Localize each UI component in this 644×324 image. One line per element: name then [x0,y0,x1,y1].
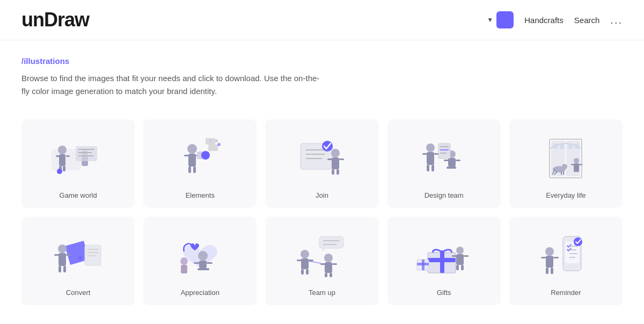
svg-rect-36 [332,169,334,175]
svg-point-91 [301,250,309,258]
svg-rect-86 [181,265,187,273]
svg-rect-92 [301,258,309,269]
svg-rect-49 [438,143,450,159]
svg-rect-98 [325,262,332,273]
svg-point-80 [198,251,208,261]
svg-rect-43 [431,165,434,171]
card-appreciation[interactable]: Appreciation [143,217,257,305]
svg-rect-34 [327,159,332,160]
svg-point-97 [324,254,333,262]
svg-rect-42 [427,165,429,171]
svg-rect-93 [297,260,302,261]
svg-rect-63 [579,164,582,165]
img-everyday-life [531,130,601,184]
card-everyday-life[interactable]: Everyday life [509,119,623,208]
svg-rect-39 [427,152,434,165]
svg-rect-17 [188,154,196,167]
img-elements [165,130,235,184]
label-reminder: Reminder [551,289,581,297]
svg-rect-113 [461,265,464,270]
svg-rect-102 [330,273,332,277]
svg-rect-6 [63,166,65,171]
color-picker-wrapper[interactable]: ▼ [487,11,514,28]
svg-rect-59 [575,143,579,149]
svg-point-25 [215,139,218,142]
label-elements: Elements [186,191,215,199]
svg-point-26 [217,143,221,146]
img-game-world [43,130,113,184]
svg-point-16 [187,144,197,154]
nav-handcrafts[interactable]: Handcrafts [524,16,564,25]
svg-rect-71 [58,253,66,266]
svg-rect-72 [54,254,59,256]
card-reminder[interactable]: Reminder [509,217,623,305]
card-elements[interactable]: Elements [143,119,257,208]
img-convert [43,227,113,281]
svg-rect-33 [332,157,339,169]
svg-point-65 [562,164,567,169]
label-team-up: Team up [309,289,335,297]
label-gifts: Gifts [437,289,451,297]
svg-rect-81 [199,261,207,268]
svg-rect-127 [553,257,559,258]
card-join[interactable]: Join [265,119,378,208]
svg-point-23 [201,151,210,160]
hero-section: /illustrations Browse to find the images… [0,40,644,109]
svg-rect-35 [339,159,344,160]
svg-rect-3 [56,155,60,157]
svg-rect-111 [464,255,469,257]
svg-marker-90 [322,248,326,251]
svg-rect-18 [184,155,189,156]
more-menu-button[interactable]: ... [610,14,623,26]
svg-rect-82 [194,262,200,264]
svg-point-9 [57,169,62,174]
nav-search[interactable]: Search [574,16,600,25]
svg-rect-126 [541,257,546,258]
svg-rect-76 [85,245,101,265]
svg-rect-75 [63,266,66,272]
svg-rect-46 [444,160,449,161]
img-gifts [409,227,479,281]
logo: unDraw [21,9,89,31]
svg-point-60 [574,158,579,163]
card-convert[interactable]: Convert [21,217,135,305]
img-join [287,130,357,184]
svg-point-1 [58,146,67,154]
svg-rect-106 [428,258,456,262]
svg-point-38 [426,143,435,152]
svg-rect-40 [422,153,427,155]
hero-description: Browse to find the images that fit your … [21,72,322,98]
svg-point-108 [456,247,464,254]
svg-rect-101 [325,273,327,277]
svg-rect-56 [553,143,558,149]
svg-rect-47 [456,160,460,161]
svg-point-70 [58,244,67,253]
card-gifts[interactable]: Gifts [387,217,501,305]
svg-point-123 [574,237,582,246]
label-game-world: Game world [60,191,97,199]
card-game-world[interactable]: Game world [21,119,135,208]
svg-rect-125 [546,256,553,268]
svg-rect-116 [417,263,429,265]
svg-rect-110 [452,255,457,257]
card-design-team[interactable]: Design team [387,119,501,208]
color-swatch[interactable] [496,11,514,28]
svg-rect-4 [66,155,70,157]
svg-point-124 [545,247,554,256]
svg-point-107 [440,250,444,255]
label-appreciation: Appreciation [181,289,219,297]
svg-rect-83 [207,262,213,264]
img-reminder [531,227,601,281]
hero-route: /illustrations [21,56,623,66]
svg-point-32 [331,149,340,157]
svg-rect-57 [560,143,564,149]
svg-rect-61 [574,163,579,172]
svg-rect-109 [456,254,464,265]
svg-rect-2 [59,154,65,166]
svg-rect-20 [188,167,191,173]
card-team-up[interactable]: Team up [265,217,378,305]
svg-rect-87 [319,236,343,248]
svg-rect-74 [58,266,61,272]
label-design-team: Design team [425,191,464,199]
img-team-up [287,227,357,281]
